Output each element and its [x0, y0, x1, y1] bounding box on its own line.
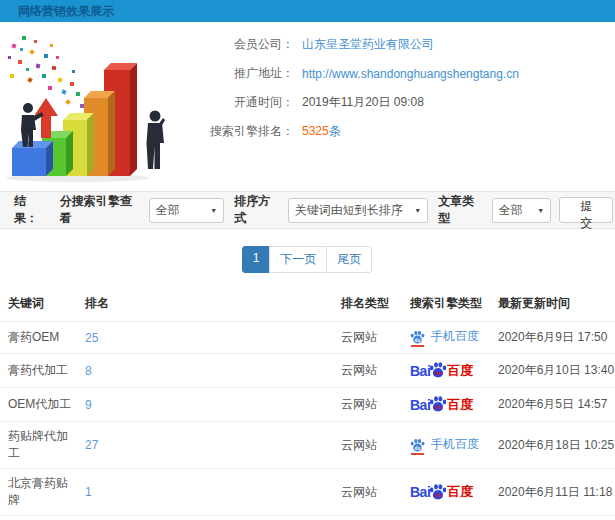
- baidu-logo-cn: 百度: [447, 396, 473, 414]
- rank-link[interactable]: 9: [77, 388, 333, 422]
- rank-type-cell: 云网站: [333, 322, 402, 354]
- ranking-count-label: 搜索引擎排名：: [190, 123, 294, 140]
- rank-link[interactable]: 1,4,6: [77, 516, 333, 520]
- engine-cell: du手机百度: [402, 322, 490, 354]
- baidu-paw-icon: du: [429, 482, 447, 500]
- mobile-baidu-paw: du: [410, 437, 425, 452]
- mobile-baidu-label: 手机百度: [431, 328, 479, 345]
- baidu-logo: Baidu百度: [410, 482, 473, 503]
- engine-cell: Baidu百度: [402, 388, 490, 422]
- baidu-logo: Baidu百度: [410, 394, 473, 415]
- open-time-value: 2019年11月20日 09:08: [302, 94, 424, 111]
- baidu-logo-cn: 百度: [447, 362, 473, 380]
- sort-select[interactable]: 关键词由短到长排序 ▼: [288, 198, 429, 223]
- next-page-button[interactable]: 下一页: [269, 246, 327, 273]
- rank-type-cell: 云网站: [333, 354, 402, 388]
- page-1-button[interactable]: 1: [242, 246, 271, 273]
- submit-button[interactable]: 提交: [559, 197, 613, 223]
- field-ranking-count: 搜索引擎排名： 5325条: [190, 123, 615, 140]
- baidu-logo-text: Bai: [410, 363, 430, 379]
- engine-cell: Baidu百度: [402, 469, 490, 516]
- baidu-logo-cn: 百度: [447, 483, 473, 501]
- article-type-value: 全部: [499, 202, 523, 219]
- field-company: 会员公司： 山东皇圣堂药业有限公司: [190, 36, 615, 53]
- header-keyword: 关键词: [0, 285, 77, 322]
- updated-cell: 2020年6月11日 11:18: [490, 469, 615, 516]
- svg-text:du: du: [415, 445, 421, 450]
- header-rank: 排名: [77, 285, 333, 322]
- baidu-paw-icon: du: [429, 360, 447, 378]
- sort-select-value: 关键词由短到长排序: [295, 202, 403, 219]
- pagination: 1 下一页 尾页: [0, 246, 615, 273]
- svg-text:du: du: [435, 370, 443, 376]
- table-row: 膏药OEM25云网站du手机百度2020年6月9日 17:50: [0, 322, 615, 354]
- updated-cell: 2020年6月9日 17:50: [490, 322, 615, 354]
- header-updated: 最新更新时间: [490, 285, 615, 322]
- result-label: 结果：: [14, 193, 50, 227]
- keyword-cell: 枣庄膏药加工: [0, 516, 77, 520]
- filter-bar: 结果： 分搜索引擎查看 全部 ▼ 排序方式 关键词由短到长排序 ▼ 文章类型 全…: [0, 191, 615, 229]
- updated-cell: 2020年6月10日 13:40: [490, 354, 615, 388]
- rank-type-cell: 云网站: [333, 469, 402, 516]
- chevron-down-icon: ▼: [414, 207, 421, 214]
- engine-filter-label: 分搜索引擎查看: [60, 193, 143, 227]
- baidu-paw-icon: du: [410, 437, 425, 452]
- engine-cell: Baidu百度: [402, 354, 490, 388]
- rank-link[interactable]: 25: [77, 322, 333, 354]
- keyword-cell: 北京膏药贴牌: [0, 469, 77, 516]
- article-type-select[interactable]: 全部 ▼: [492, 198, 552, 223]
- mobile-baidu-logo: du手机百度: [410, 436, 479, 453]
- page-title: 网络营销效果展示: [0, 0, 615, 22]
- ranking-count-unit[interactable]: 条: [329, 124, 341, 138]
- baidu-logo-text: Bai: [410, 484, 430, 500]
- info-section: 会员公司： 山东皇圣堂药业有限公司 推广地址： http://www.shand…: [0, 22, 615, 191]
- rank-link[interactable]: 8: [77, 354, 333, 388]
- bar-chart-illustration: [0, 26, 190, 186]
- keyword-cell: 膏药代加工: [0, 354, 77, 388]
- keyword-cell: OEM代加工: [0, 388, 77, 422]
- engine-cell: du手机百度: [402, 516, 490, 520]
- table-header-row: 关键词 排名 排名类型 搜索引擎类型 最新更新时间: [0, 285, 615, 322]
- last-page-button[interactable]: 尾页: [326, 246, 372, 273]
- engine-select-value: 全部: [156, 202, 180, 219]
- keyword-cell: 膏药OEM: [0, 322, 77, 354]
- baidu-paw-icon: du: [410, 329, 425, 344]
- red-underline: [411, 345, 424, 347]
- article-type-label: 文章类型: [438, 193, 485, 227]
- mobile-baidu-label: 手机百度: [431, 436, 479, 453]
- svg-text:du: du: [435, 492, 443, 498]
- rank-link[interactable]: 27: [77, 422, 333, 469]
- ranking-count-value: 5325: [302, 124, 329, 138]
- engine-cell: du手机百度: [402, 422, 490, 469]
- updated-cell: 2020年6月18日 10:25: [490, 422, 615, 469]
- chevron-down-icon: ▼: [537, 207, 544, 214]
- field-open-time: 开通时间： 2019年11月20日 09:08: [190, 94, 615, 111]
- baidu-paw-icon: du: [429, 394, 447, 412]
- rank-type-cell: 云网站: [333, 516, 402, 520]
- rank-type-cell: 云网站: [333, 422, 402, 469]
- company-link[interactable]: 山东皇圣堂药业有限公司: [302, 36, 434, 53]
- updated-cell: 2020年6月18日 10:19: [490, 516, 615, 520]
- table-row: 药贴牌代加工27云网站du手机百度2020年6月18日 10:25: [0, 422, 615, 469]
- company-info-fields: 会员公司： 山东皇圣堂药业有限公司 推广地址： http://www.shand…: [190, 22, 615, 191]
- mobile-baidu-paw: du: [410, 329, 425, 344]
- mobile-baidu-logo: du手机百度: [410, 328, 479, 345]
- table-row: 膏药代加工8云网站Baidu百度2020年6月10日 13:40: [0, 354, 615, 388]
- chevron-down-icon: ▼: [210, 207, 217, 214]
- businessman-right: [147, 111, 166, 170]
- field-url: 推广地址： http://www.shandonghuangshengtang.…: [190, 65, 615, 82]
- rank-link[interactable]: 1: [77, 469, 333, 516]
- baidu-logo-text: Bai: [410, 397, 430, 413]
- svg-text:du: du: [415, 338, 421, 343]
- engine-select[interactable]: 全部 ▼: [149, 198, 224, 223]
- svg-text:du: du: [435, 404, 443, 410]
- header-engine-type: 搜索引擎类型: [402, 285, 490, 322]
- keyword-cell: 药贴牌代加工: [0, 422, 77, 469]
- promotion-url-link[interactable]: http://www.shandonghuangshengtang.cn: [302, 67, 519, 81]
- table-row: 北京膏药贴牌1云网站Baidu百度2020年6月11日 11:18: [0, 469, 615, 516]
- red-underline: [411, 453, 424, 455]
- table-body: 膏药OEM25云网站du手机百度2020年6月9日 17:50膏药代加工8云网站…: [0, 322, 615, 520]
- company-label: 会员公司：: [190, 36, 294, 53]
- table-row: 枣庄膏药加工1,4,6云网站du手机百度2020年6月18日 10:19: [0, 516, 615, 520]
- baidu-logo: Baidu百度: [410, 360, 473, 381]
